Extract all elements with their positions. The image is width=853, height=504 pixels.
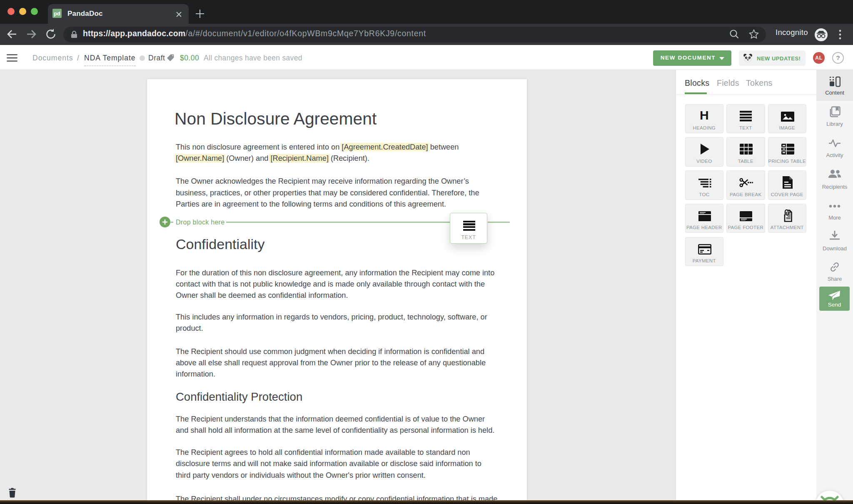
svg-text:pd: pd bbox=[54, 11, 60, 17]
